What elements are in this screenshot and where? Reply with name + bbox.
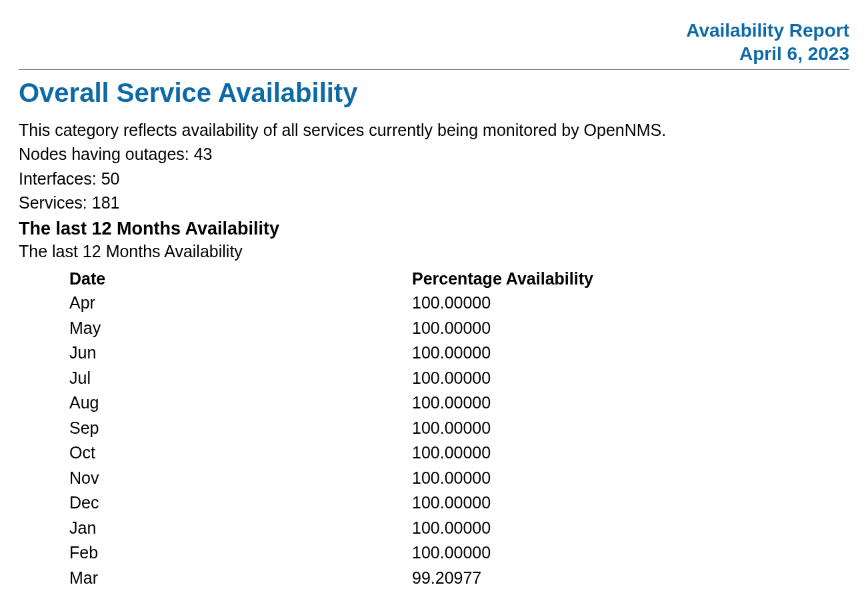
table-cell-date: Aug xyxy=(69,390,412,416)
section-title: Overall Service Availability xyxy=(19,77,849,109)
table-cell-date: Jul xyxy=(69,366,412,391)
table-cell-percentage: 100.00000 xyxy=(412,516,593,541)
table-cell-date: Oct xyxy=(69,440,412,466)
report-title: Availability Report xyxy=(19,19,849,42)
table-cell-percentage: 100.00000 xyxy=(412,466,593,491)
table-row: Jan100.00000 xyxy=(69,516,593,541)
table-row: Sep100.00000 xyxy=(69,416,593,441)
table-cell-percentage: 100.00000 xyxy=(412,390,593,416)
table-cell-date: Nov xyxy=(69,466,412,491)
table-row: Apr100.00000 xyxy=(69,291,593,316)
table-cell-date: Feb xyxy=(69,540,412,566)
table-cell-date: Jun xyxy=(69,340,412,366)
section-description: This category reflects availability of a… xyxy=(19,118,849,142)
subsection-description: The last 12 Months Availability xyxy=(19,242,849,261)
table-row: Jul100.00000 xyxy=(69,366,593,391)
subsection-heading: The last 12 Months Availability xyxy=(19,219,849,239)
table-cell-percentage: 100.00000 xyxy=(412,440,593,466)
report-header: Availability Report April 6, 2023 xyxy=(19,19,849,65)
table-cell-percentage: 99.20977 xyxy=(412,566,593,591)
table-header-row: Date Percentage Availability xyxy=(69,267,593,291)
services-line: Services: 181 xyxy=(19,191,849,215)
table-row: Aug100.00000 xyxy=(69,390,593,416)
interfaces-line: Interfaces: 50 xyxy=(19,167,849,191)
table-cell-percentage: 100.00000 xyxy=(412,416,593,441)
table-row: Nov100.00000 xyxy=(69,466,593,491)
table-cell-date: Mar xyxy=(69,566,412,591)
table-header-percentage: Percentage Availability xyxy=(412,267,593,291)
table-cell-date: Apr xyxy=(69,291,412,316)
table-header-date: Date xyxy=(69,267,412,291)
table-cell-percentage: 100.00000 xyxy=(412,316,593,341)
table-row: Oct100.00000 xyxy=(69,440,593,466)
table-cell-percentage: 100.00000 xyxy=(412,490,593,516)
header-rule xyxy=(19,69,849,70)
table-row: Feb100.00000 xyxy=(69,540,593,566)
availability-table: Date Percentage Availability Apr100.0000… xyxy=(69,267,593,590)
table-cell-percentage: 100.00000 xyxy=(412,340,593,366)
table-cell-date: May xyxy=(69,316,412,341)
table-row: May100.00000 xyxy=(69,316,593,341)
table-row: Jun100.00000 xyxy=(69,340,593,366)
report-date: April 6, 2023 xyxy=(19,42,849,65)
table-row: Dec100.00000 xyxy=(69,490,593,516)
table-cell-date: Dec xyxy=(69,490,412,516)
table-cell-percentage: 100.00000 xyxy=(412,291,593,316)
table-cell-percentage: 100.00000 xyxy=(412,540,593,566)
table-cell-date: Sep xyxy=(69,416,412,441)
table-row: Mar99.20977 xyxy=(69,566,593,591)
table-cell-percentage: 100.00000 xyxy=(412,366,593,391)
table-cell-date: Jan xyxy=(69,516,412,541)
nodes-outages-line: Nodes having outages: 43 xyxy=(19,142,849,166)
